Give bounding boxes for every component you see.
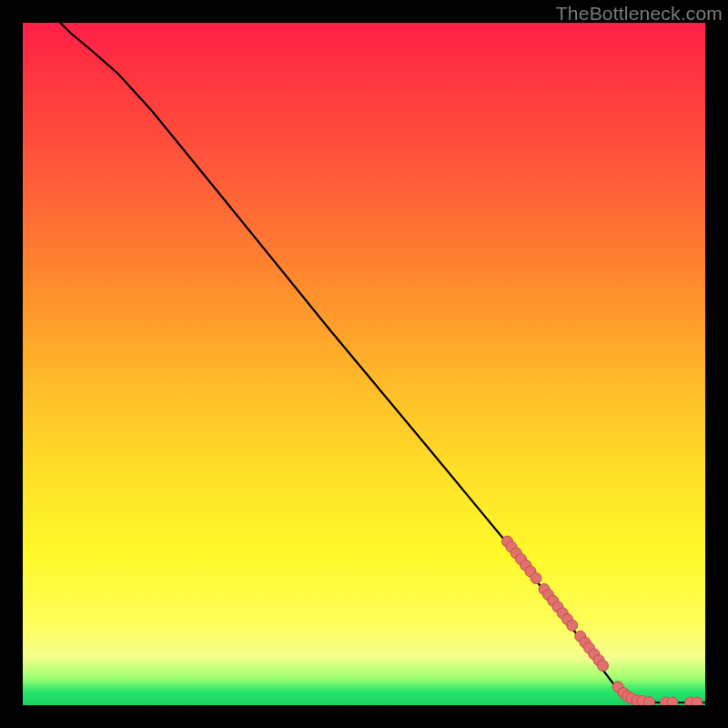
data-marker — [598, 661, 609, 672]
plot-area — [23, 23, 705, 705]
data-marker — [531, 573, 541, 584]
main-curve — [60, 23, 705, 703]
data-marker — [644, 697, 655, 705]
watermark-text: TheBottleneck.com — [556, 3, 723, 25]
chart-svg — [23, 23, 705, 705]
chart-stage: TheBottleneck.com — [0, 0, 728, 728]
data-marker — [692, 697, 703, 705]
data-marker — [567, 620, 578, 631]
marker-group — [502, 536, 703, 705]
data-marker — [667, 697, 678, 705]
